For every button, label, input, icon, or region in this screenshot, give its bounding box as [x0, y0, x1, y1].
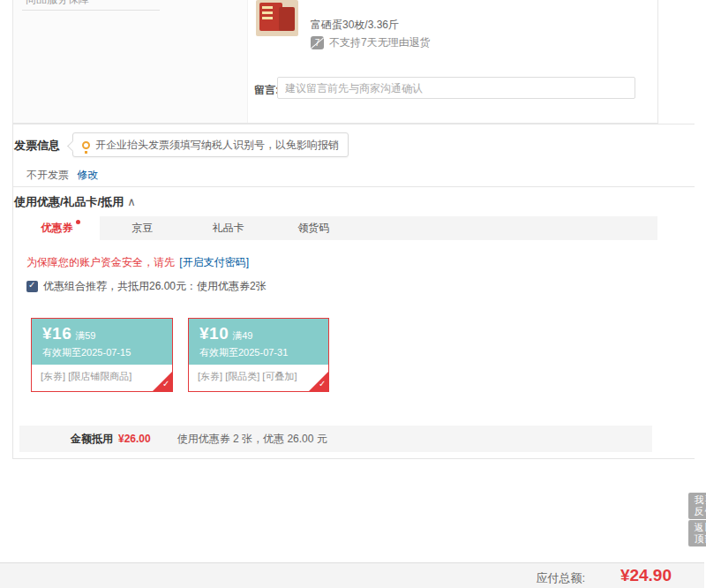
back-to-top-side-tab[interactable]: 返回顶部: [688, 520, 706, 547]
coupon-tags: [东券] [限品类] [可叠加]: [198, 370, 297, 383]
feedback-side-tab[interactable]: 我要反馈: [688, 493, 706, 519]
invoice-section-title: 发票信息: [14, 138, 60, 154]
coupon-section-title[interactable]: 使用优惠/礼品卡/抵用∧: [14, 194, 136, 210]
left-panel-divider: [22, 10, 160, 11]
coupon-tabbar: 优惠券 京豆 礼品卡 领货码: [14, 216, 657, 240]
section-divider: [12, 458, 695, 459]
invoice-current-row: 不开发票 修改: [26, 168, 98, 183]
coupon-amount: ¥10: [199, 324, 229, 343]
message-input[interactable]: [277, 77, 635, 99]
product-thumbnail[interactable]: [256, 0, 298, 36]
coupon-threshold: 满59: [75, 330, 95, 341]
coupon-card[interactable]: ¥16满59 有效期至2025-07-15 [东券] [限店铺限商品]: [31, 318, 173, 392]
deduction-summary-band: 金额抵用 ¥26.00 使用优惠券 2 张，优惠 26.00 元: [19, 426, 652, 452]
coupon-selected-check-icon: [309, 372, 328, 391]
gift-box-graphic: [279, 7, 295, 31]
coupon-tags: [东券] [限店铺限商品]: [41, 370, 131, 383]
clipped-store-text: 商品服务保障: [26, 0, 89, 4]
coupon-selected-check-icon: [153, 372, 172, 391]
section-divider: [12, 186, 695, 187]
coupon-card[interactable]: ¥10满49 有效期至2025-07-31 [东券] [限品类] [可叠加]: [188, 318, 329, 392]
total-bar: 应付总额: ¥24.90: [0, 562, 704, 588]
tab-pickup-code[interactable]: 领货码: [271, 216, 357, 240]
invoice-tip-text: 开企业抬头发票须填写纳税人识别号，以免影响报销: [95, 138, 339, 153]
returns-note: 不支持7天无理由退货: [329, 35, 431, 50]
message-label: 留言:: [254, 83, 279, 98]
invoice-tooltip: 开企业抬头发票须填写纳税人识别号，以免影响报销: [72, 132, 349, 157]
deduction-label: 金额抵用: [71, 432, 113, 447]
enable-pay-password-link[interactable]: [开启支付密码]: [179, 256, 249, 268]
new-badge-dot: [76, 220, 80, 224]
tab-coupon[interactable]: 优惠券: [14, 216, 100, 240]
section-divider: [12, 124, 695, 124]
coupon-amount: ¥16: [42, 324, 71, 343]
deduction-amount: ¥26.00: [118, 433, 151, 445]
combo-label: 优惠组合推荐，共抵用26.00元：使用优惠券2张: [43, 279, 267, 294]
total-value: ¥24.90: [557, 566, 672, 585]
tab-jingdou[interactable]: 京豆: [100, 216, 185, 240]
checkout-page: 商品服务保障 富硒蛋30枚/3.36斤 7 不支持7天无理由退货 留言: 发票信…: [0, 0, 706, 588]
returns-policy-row: 7 不支持7天无理由退货: [311, 35, 431, 50]
bulb-icon: [82, 141, 90, 149]
invoice-current-value: 不开发票: [26, 169, 69, 181]
coupon-validity: 有效期至2025-07-15: [42, 346, 161, 359]
combo-recommend-row: 优惠组合推荐，共抵用26.00元：使用优惠券2张: [26, 279, 267, 294]
order-left-panel: 商品服务保障: [13, 0, 248, 123]
tab-giftcard[interactable]: 礼品卡: [185, 216, 271, 240]
deduction-detail: 使用优惠券 2 张，优惠 26.00 元: [177, 432, 327, 447]
coupon-validity: 有效期至2025-07-31: [199, 346, 318, 359]
product-name[interactable]: 富硒蛋30枚/3.36斤: [311, 18, 399, 33]
coupon-threshold: 满49: [232, 330, 252, 341]
combo-checkbox-checked-icon[interactable]: [26, 281, 38, 292]
collapse-caret-icon[interactable]: ∧: [127, 195, 136, 208]
security-warning: 为保障您的账户资金安全，请先 [开启支付密码]: [26, 255, 249, 270]
no-7day-return-icon: 7: [311, 36, 324, 49]
invoice-modify-link[interactable]: 修改: [77, 169, 98, 181]
